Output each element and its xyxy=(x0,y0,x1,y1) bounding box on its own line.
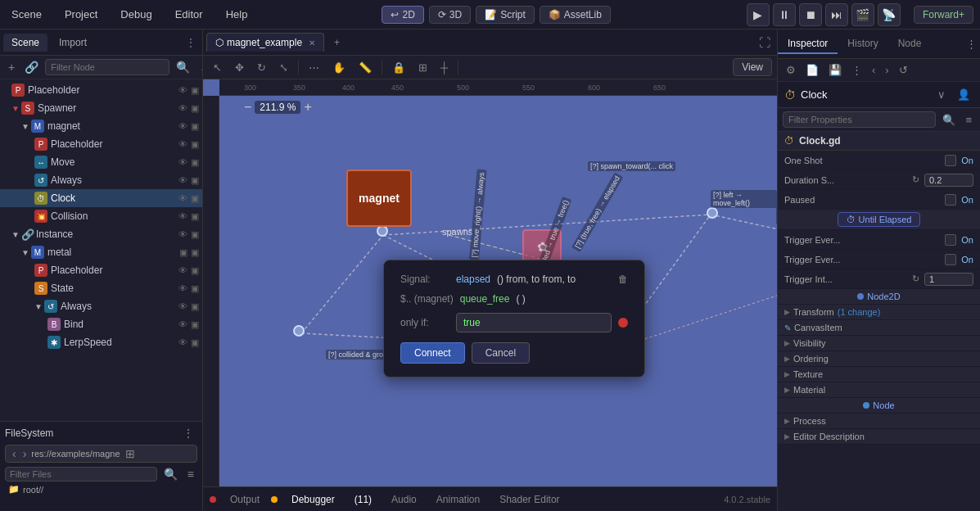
inspector-options[interactable]: ⋮ xyxy=(848,62,865,78)
filesystem-search-icon[interactable]: 🔍 xyxy=(160,466,181,482)
inspector-menu-button[interactable]: ⋮ xyxy=(963,36,980,52)
trigger-ever2-checkbox[interactable] xyxy=(945,254,956,265)
mode-2d-button[interactable]: ↩ 2D xyxy=(382,6,423,24)
tree-item-instance[interactable]: ▼ 🔗 Instance 👁 ▣ xyxy=(0,225,202,243)
filesystem-item-root[interactable]: 📁 root// xyxy=(5,482,197,496)
scene-panel-menu[interactable]: ⋮ xyxy=(183,35,199,50)
filter-node-input[interactable] xyxy=(45,59,169,75)
editor-tab-close[interactable]: ✕ xyxy=(309,38,315,47)
add-node-button[interactable]: + xyxy=(5,59,18,75)
play-button[interactable]: ▶ xyxy=(747,3,770,26)
nav-back-button[interactable]: ‹ xyxy=(869,62,878,78)
section-material[interactable]: ▶ Material xyxy=(778,382,980,398)
cancel-button[interactable]: Cancel xyxy=(472,342,530,364)
section-transform[interactable]: ▶ Transform (1 change) xyxy=(778,305,980,320)
tab-history[interactable]: History xyxy=(838,34,887,54)
duration-input[interactable] xyxy=(924,174,973,187)
link-node-button[interactable]: 🔗 xyxy=(21,59,42,75)
menu-editor[interactable]: Editor xyxy=(170,7,208,22)
filter-options-button[interactable]: ≡ xyxy=(962,112,975,128)
onlyif-input[interactable] xyxy=(456,313,612,332)
tab-import[interactable]: Import xyxy=(51,34,95,52)
tree-item-always[interactable]: ↺ Always 👁 ▣ xyxy=(0,171,202,189)
filesystem-sort-button[interactable]: ≡ xyxy=(184,466,197,482)
tab-debugger[interactable]: Debugger xyxy=(283,491,343,508)
node-dot-top[interactable] xyxy=(377,225,388,237)
scale-tool-button[interactable]: ⤡ xyxy=(274,59,293,76)
tree-item-move[interactable]: ↔ Move 👁 ▣ xyxy=(0,153,202,171)
movie-button[interactable]: 🎬 xyxy=(851,3,874,26)
scene-options-button[interactable]: ↓ xyxy=(196,59,203,75)
clock-script-button[interactable]: 👤 xyxy=(954,87,973,102)
tab-add-button[interactable]: + xyxy=(327,34,346,52)
inspector-history-back[interactable]: ⚙ xyxy=(783,62,799,78)
tree-item-spawner[interactable]: ▼ S Spawner 👁 ▣ xyxy=(0,99,202,117)
grid-button[interactable]: ⊞ xyxy=(413,59,432,76)
pan-tool-button[interactable]: ✋ xyxy=(327,59,350,76)
remote-button[interactable]: 📡 xyxy=(878,3,901,26)
node-dot-right[interactable] xyxy=(707,207,718,219)
canvas-area[interactable]: 300 350 400 450 500 550 600 650 − 211.9 … xyxy=(203,79,777,486)
snap-button[interactable]: ⋯ xyxy=(304,59,324,76)
paused-checkbox[interactable] xyxy=(945,194,956,206)
guideline-button[interactable]: ┼ xyxy=(436,59,453,76)
duration-refresh-icon[interactable]: ↻ xyxy=(912,174,919,185)
nav-refresh-button[interactable]: ↺ xyxy=(896,62,911,78)
magnet-node[interactable]: magnet xyxy=(346,170,412,227)
tree-item-placeholder1[interactable]: P Placeholder 👁 ▣ xyxy=(0,81,202,99)
tree-item-lerpspeed[interactable]: ✱ LerpSpeed 👁 ▣ xyxy=(0,333,202,351)
menu-help[interactable]: Help xyxy=(221,7,253,22)
mode-3d-button[interactable]: ⟳ 3D xyxy=(429,6,471,24)
tab-inspector[interactable]: Inspector xyxy=(778,34,838,54)
zoom-out-button[interactable]: − xyxy=(244,100,251,115)
stop-button[interactable]: ⏹ xyxy=(799,3,822,26)
tab-node[interactable]: Node xyxy=(888,34,932,54)
rotate-tool-button[interactable]: ↻ xyxy=(252,59,271,76)
pause-button[interactable]: ⏸ xyxy=(773,3,796,26)
menu-project[interactable]: Project xyxy=(60,7,102,22)
tree-item-collision[interactable]: 💥 Collision 👁 ▣ xyxy=(0,207,202,225)
trigger-int-input[interactable] xyxy=(924,273,973,286)
step-button[interactable]: ⏭ xyxy=(825,3,848,26)
tree-item-clock[interactable]: ⏱ Clock 👁 ▣ xyxy=(0,189,202,207)
tree-item-metal-placeholder[interactable]: P Placeholder 👁 ▣ xyxy=(0,261,202,279)
signal-delete-button[interactable]: 🗑 xyxy=(618,274,628,285)
menu-scene[interactable]: Scene xyxy=(7,7,47,22)
trigger-ever1-checkbox[interactable] xyxy=(945,234,956,246)
mode-script-button[interactable]: 📝 Script xyxy=(476,6,535,24)
tab-audio[interactable]: Audio xyxy=(383,491,425,508)
view-button[interactable]: View xyxy=(733,58,772,76)
one-shot-checkbox[interactable] xyxy=(945,155,956,166)
path-back-button[interactable]: ‹ xyxy=(11,447,18,460)
nav-forward-button[interactable]: › xyxy=(882,62,892,78)
filesystem-menu-button[interactable]: ⋮ xyxy=(179,425,197,441)
path-forward-button[interactable]: › xyxy=(21,447,29,460)
tree-item-metal[interactable]: ▼ M metal ▣ ▣ xyxy=(0,243,202,261)
zoom-in-button[interactable]: + xyxy=(304,100,311,115)
section-visibility[interactable]: ▶ Visibility xyxy=(778,336,980,351)
tree-item-magnet-placeholder[interactable]: P Placeholder 👁 ▣ xyxy=(0,135,202,153)
filter-search-icon[interactable]: 🔍 xyxy=(939,112,959,128)
filter-properties-input[interactable] xyxy=(783,111,936,128)
tree-item-metal-always[interactable]: ▼ ↺ Always 👁 ▣ xyxy=(0,297,202,315)
filesystem-filter-input[interactable] xyxy=(5,467,157,482)
inspector-save-button[interactable]: 💾 xyxy=(825,62,845,78)
section-canvasitem[interactable]: ✎ CanvasItem xyxy=(778,320,980,336)
tab-output[interactable]: Output xyxy=(222,491,268,508)
select-tool-button[interactable]: ↖ xyxy=(208,59,227,76)
spawned-node[interactable]: ✿ xyxy=(522,229,562,264)
ruler-button[interactable]: 📏 xyxy=(354,59,377,76)
tree-item-bind[interactable]: B Bind 👁 ▣ xyxy=(0,315,202,333)
trigger-int-refresh-icon[interactable]: ↻ xyxy=(912,274,919,284)
tree-item-magnet[interactable]: ▼ M magnet 👁 ▣ xyxy=(0,117,202,135)
renderer-button[interactable]: Forward+ xyxy=(914,6,973,24)
lock-button[interactable]: 🔒 xyxy=(387,59,410,76)
tab-shader-editor[interactable]: Shader Editor xyxy=(491,491,567,508)
connect-button[interactable]: Connect xyxy=(400,342,465,364)
mode-assetlib-button[interactable]: 📦 AssetLib xyxy=(540,6,611,24)
section-process[interactable]: ▶ Process xyxy=(778,414,980,429)
tab-animation[interactable]: Animation xyxy=(428,491,488,508)
editor-tab-magnet[interactable]: ⬡ magnet_example ✕ xyxy=(206,33,324,52)
menu-debug[interactable]: Debug xyxy=(115,7,156,22)
transform-change[interactable]: (1 change) xyxy=(838,307,881,317)
